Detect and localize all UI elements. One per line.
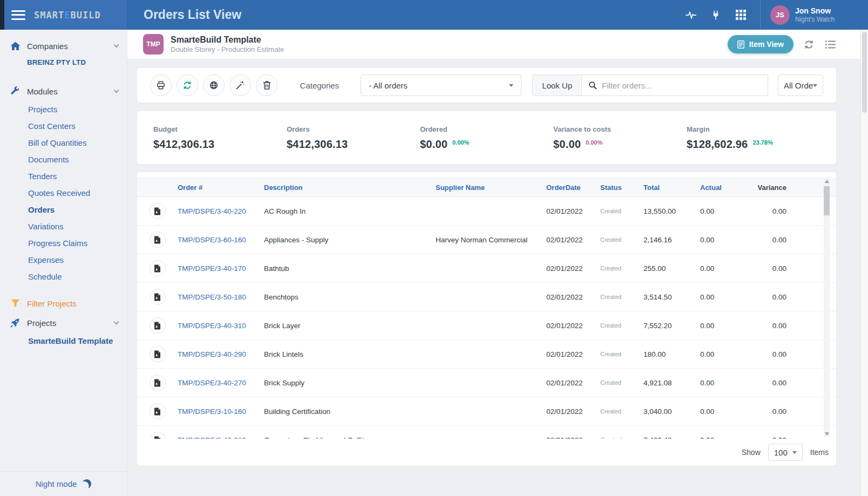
table-scrollbar[interactable]	[824, 179, 830, 437]
refresh-orders-button[interactable]	[177, 74, 198, 96]
pdf-file-icon[interactable]	[150, 403, 166, 419]
sidebar-module-item[interactable]: Quotes Received	[28, 185, 127, 201]
lookup-button[interactable]: Look Up	[532, 74, 582, 96]
column-header-actual[interactable]: Actual	[700, 184, 754, 192]
pdf-file-icon[interactable]	[150, 232, 166, 248]
table-row[interactable]: TMP/DSPE/3-40-380 Carpenter - Cladding a…	[137, 426, 836, 439]
sidebar-module-item[interactable]: Variations	[28, 218, 127, 235]
sidebar-group-modules[interactable]: Modules	[0, 83, 127, 100]
stat-orders: Orders $412,306.13	[287, 125, 420, 151]
sidebar-module-item[interactable]: Orders	[28, 201, 127, 218]
project-items-list: SmarteBuild Template	[0, 332, 127, 349]
sidebar-module-item[interactable]: Bill of Quantities	[28, 134, 127, 151]
search-input[interactable]	[602, 81, 761, 90]
pdf-file-icon[interactable]	[150, 346, 166, 362]
scrollbar-thumb[interactable]	[824, 186, 830, 215]
page-scrollbar-thumb[interactable]	[862, 32, 867, 113]
pdf-file-icon[interactable]	[150, 203, 166, 219]
filter-projects-label: Filter Projects	[27, 299, 118, 308]
table-row[interactable]: TMP/DSPE/3-40-220 AC Rough In 02/01/2022…	[137, 197, 836, 226]
page-size-select[interactable]: 100	[768, 444, 803, 461]
column-header-supplier[interactable]: Supplier Name	[436, 184, 546, 192]
print-button[interactable]	[150, 74, 172, 96]
night-mode-toggle[interactable]: Night mode	[0, 471, 127, 496]
app-logo[interactable]: SMARTEBUILD	[34, 10, 101, 21]
pdf-file-icon[interactable]	[150, 317, 166, 334]
pdf-file-icon[interactable]	[150, 260, 166, 276]
sidebar-module-item[interactable]: Schedule	[28, 268, 127, 285]
sidebar-group-projects[interactable]: Projects	[0, 314, 127, 331]
globe-button[interactable]	[203, 74, 225, 96]
plug-icon[interactable]	[710, 10, 721, 21]
table-row[interactable]: TMP/DSPE/3-10-160 Building Certification…	[137, 397, 836, 426]
pdf-file-icon[interactable]	[150, 289, 166, 305]
order-supplier: Harvey Norman Commercial	[436, 236, 546, 244]
order-link[interactable]: TMP/DSPE/3-40-220	[178, 207, 246, 215]
order-actual: 0.00	[700, 350, 754, 358]
sidebar-module-item[interactable]: Projects	[28, 101, 127, 118]
caret-down-icon	[792, 451, 797, 454]
table-row[interactable]: TMP/DSPE/3-40-170 Bathtub 02/01/2022 Cre…	[137, 254, 836, 283]
page-header: TMP SmarteBuild Template Double Storey -…	[127, 30, 868, 59]
scroll-down-arrow-icon[interactable]	[825, 432, 829, 436]
pdf-file-icon[interactable]	[150, 432, 166, 439]
sidebar-item-company[interactable]: BREINZ PTY LTD	[27, 55, 127, 71]
column-header-total[interactable]: Total	[643, 184, 700, 192]
order-description: Brick Supply	[264, 379, 436, 387]
order-link[interactable]: TMP/DSPE/3-40-290	[178, 350, 246, 358]
column-header-variance[interactable]: Variance	[754, 184, 786, 192]
magic-wand-button[interactable]	[229, 74, 251, 96]
order-date: 02/01/2022	[546, 379, 600, 387]
order-link[interactable]: TMP/DSPE/3-40-270	[178, 379, 246, 387]
order-link[interactable]: TMP/DSPE/3-10-160	[178, 407, 246, 416]
avatar[interactable]: JS	[770, 5, 790, 25]
sidebar-filter-projects[interactable]: Filter Projects	[0, 295, 127, 312]
refresh-icon[interactable]	[802, 38, 815, 51]
order-link[interactable]: TMP/DSPE/3-40-310	[178, 322, 246, 330]
categories-select[interactable]: - All orders	[361, 74, 521, 96]
apps-grid-icon[interactable]	[735, 10, 746, 21]
list-view-icon[interactable]	[824, 38, 837, 51]
order-link[interactable]: TMP/DSPE/3-60-160	[178, 236, 246, 244]
order-variance: 0.00	[754, 350, 786, 358]
column-header-orderdate[interactable]: OrderDate	[546, 184, 600, 192]
order-filter-select[interactable]: All Orde	[778, 74, 823, 96]
order-total: 180.00	[643, 350, 700, 358]
activity-icon[interactable]	[686, 10, 696, 21]
item-view-button[interactable]: Item View	[728, 35, 794, 53]
order-status: Created	[600, 379, 643, 386]
delete-button[interactable]	[256, 74, 277, 96]
column-header-status[interactable]: Status	[600, 184, 643, 192]
sidebar-item-label: Progress Claims	[28, 239, 87, 248]
order-variance: 0.00	[754, 436, 786, 439]
table-row[interactable]: TMP/DSPE/3-40-270 Brick Supply 02/01/202…	[137, 369, 836, 397]
stat-value: $412,306.13	[153, 138, 214, 151]
filter-funnel-icon	[10, 299, 21, 308]
pdf-file-icon[interactable]	[150, 375, 166, 391]
order-date: 02/01/2022	[546, 264, 600, 273]
order-link[interactable]: TMP/DSPE/3-40-380	[178, 436, 246, 439]
column-header-description[interactable]: Description	[264, 184, 436, 192]
stat-value: $412,306.13	[287, 138, 348, 151]
sidebar-module-item[interactable]: Progress Claims	[28, 235, 127, 252]
sidebar-module-item[interactable]: Expenses	[28, 252, 127, 268]
table-row[interactable]: TMP/DSPE/3-40-310 Brick Layer 02/01/2022…	[137, 311, 836, 340]
sidebar-module-item[interactable]: Tenders	[28, 168, 127, 185]
sidebar-module-item[interactable]: Documents	[28, 151, 127, 168]
sidebar-project-item[interactable]: SmarteBuild Template	[28, 332, 127, 349]
table-row[interactable]: TMP/DSPE/3-60-160 Appliances - Supply Ha…	[137, 226, 836, 254]
scroll-up-arrow-icon[interactable]	[825, 180, 829, 183]
column-header-order[interactable]: Order #	[178, 184, 264, 192]
edge-strip	[0, 0, 4, 30]
page-scrollbar[interactable]	[860, 30, 868, 496]
user-menu[interactable]: JS Jon Snow Night's Watch	[760, 0, 868, 30]
sidebar-module-item[interactable]: Cost Centers	[28, 118, 127, 134]
table-row[interactable]: TMP/DSPE/3-40-290 Brick Lintels 02/01/20…	[137, 340, 836, 369]
order-link[interactable]: TMP/DSPE/3-50-180	[178, 293, 246, 301]
table-row[interactable]: TMP/DSPE/3-50-180 Benchtops 02/01/2022 C…	[137, 283, 836, 311]
stat-value: $0.00	[553, 138, 581, 151]
sidebar-group-companies[interactable]: Companies	[0, 37, 127, 55]
order-total: 3,040.00	[643, 407, 700, 416]
order-link[interactable]: TMP/DSPE/3-40-170	[178, 264, 246, 273]
hamburger-menu-icon[interactable]	[11, 10, 25, 20]
